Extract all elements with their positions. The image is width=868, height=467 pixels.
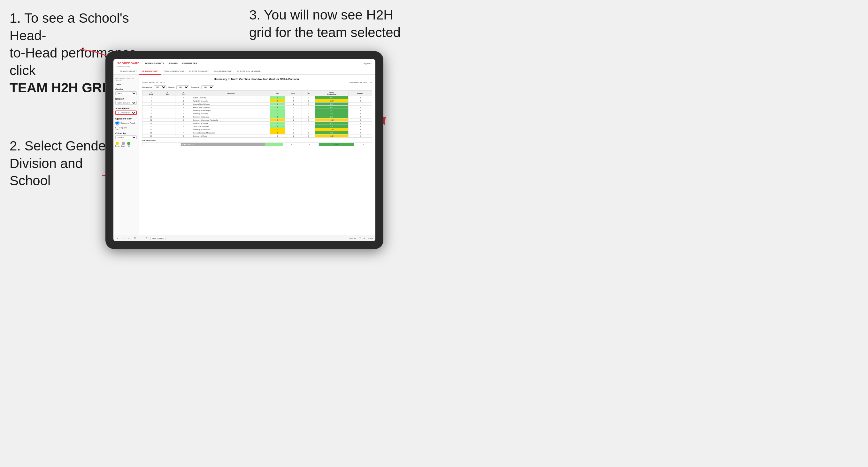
region-filter-label: Region	[168, 86, 175, 88]
radio-top100: Top 100	[115, 126, 137, 130]
left-panel: Last Updated: 27/03/2024 16:55:38 Team G…	[114, 75, 139, 235]
h2h-table: #Rank #Reg #Conf Opponent Win Loss Tie D…	[142, 90, 372, 138]
table-row: 3 2 Vanderbilt University 0 4 0 -2.29 8	[143, 99, 372, 102]
colour-section: Colour by Win/loss	[115, 132, 137, 139]
comment-btn[interactable]: 💬	[359, 237, 361, 239]
back-btn[interactable]: ◁	[127, 237, 131, 240]
gender-section: Gender Men's	[115, 88, 137, 95]
tab-player-summary[interactable]: PLAYER SUMMARY	[187, 68, 211, 75]
more-btn[interactable]: ···	[138, 237, 143, 240]
annotation-2: 2. Select Gender, Division and School	[9, 137, 121, 190]
time-btn[interactable]: ⏱	[145, 237, 149, 240]
school-section: School (Rank) 1. University of Nort...	[115, 107, 137, 115]
col-reg: #Reg	[160, 91, 175, 96]
out-division-name: NCAA Division II	[181, 143, 265, 146]
ann1-line1: 1. To see a School's Head-	[9, 10, 129, 43]
watch-btn[interactable]: Watch ▾	[349, 237, 356, 239]
col-rank: #Rank	[143, 91, 160, 96]
view-original[interactable]: View: Original	[151, 237, 165, 240]
region-filter[interactable]: (All)	[176, 85, 189, 89]
table-row: 11 6 University of Arkansas, Fayettevill…	[143, 119, 372, 122]
col-loss: Loss	[285, 91, 302, 96]
tab-player-h2h-heatmap[interactable]: PLAYER H2H HEATMAP	[235, 68, 263, 75]
ann1-strong: TEAM H2H GRID	[9, 80, 115, 95]
records-row: Overall Record: 89 - 17 - 0 Division Rec…	[142, 82, 372, 83]
level-label: Level	[121, 145, 125, 147]
level-dot	[122, 142, 125, 145]
redo-btn[interactable]: ↪	[122, 237, 126, 240]
division-record: Division Record: 88 - 17 - 0	[349, 82, 372, 83]
logo-area: SCOREBOARD Powered by clippit	[117, 60, 140, 67]
out-of-division-label: Out of division	[142, 139, 372, 142]
team-section: Team	[115, 83, 137, 86]
nav-teams[interactable]: TEAMS	[169, 61, 178, 65]
logo-text: SCOREBOARD	[117, 62, 140, 65]
table-row: 9 3 University of Arizona 1 0 0 9.00 2	[143, 112, 372, 115]
table-row: 16 3 University of Florida 3 1 0 -6.42 9	[143, 134, 372, 138]
nav-committee[interactable]: COMMITTEE	[182, 61, 197, 65]
opponent-filter[interactable]: (All)	[201, 85, 214, 89]
table-row: 15 4 Georgia Institute of Technology 0 1…	[143, 131, 372, 134]
school-select[interactable]: 1. University of Nort...	[115, 111, 137, 115]
gender-select[interactable]: Men's	[115, 91, 137, 95]
undo-btn[interactable]: ↩	[116, 237, 120, 240]
tablet-frame: SCOREBOARD Powered by clippit TOURNAMENT…	[105, 51, 383, 249]
opponent-view-label: Opponent View	[115, 118, 137, 120]
sub-nav: TEAM SUMMARY TEAM H2H GRID TEAM H2H HEAT…	[114, 68, 375, 75]
division-label: Division	[115, 98, 137, 100]
gender-label: Gender	[115, 88, 137, 90]
col-rounds: Rounds	[348, 91, 372, 96]
last-updated: Last Updated: 27/03/2024 16:55:38	[115, 77, 137, 82]
grid-title: University of North Carolina Head-to-Hea…	[142, 77, 372, 81]
out-division-row: NCAA Division II 1 0 0 26.00 3	[143, 143, 372, 146]
col-diff: Diff AvStrokes/Rnd	[315, 91, 348, 96]
nav-tournaments[interactable]: TOURNAMENTS	[145, 61, 164, 65]
table-row: 10 5 University of Alabama 3 0 0 2.61 8	[143, 115, 372, 119]
colour-label: Colour by	[115, 132, 137, 134]
opponent-filter-label: Opponent	[191, 86, 199, 88]
down-dot	[116, 142, 119, 145]
tab-player-h2h-grid[interactable]: PLAYER H2H GRID	[211, 68, 235, 75]
colour-select[interactable]: Win/loss	[115, 135, 137, 139]
down-label: Down	[115, 145, 120, 147]
school-label: School (Rank)	[115, 107, 137, 110]
division-section: Division NCAA Division I	[115, 98, 137, 105]
out-tie: 0	[301, 143, 318, 146]
sign-out[interactable]: Sign out	[363, 62, 372, 64]
out-win: 1	[265, 143, 283, 146]
conference-filter[interactable]: (All)	[154, 85, 166, 89]
team-label: Team	[115, 83, 137, 86]
table-row: 2 1 Auburn University 2 1 0 1.67 9	[143, 96, 372, 99]
table-row: 8 2 University of Washington 1 0 0 3.67 …	[143, 109, 372, 112]
filter-row: Conference (All) Region (All) Opponent (…	[142, 85, 372, 89]
division-select[interactable]: NCAA Division I	[115, 101, 137, 105]
logo-sub: Powered by clippit	[117, 65, 140, 67]
out-rounds: 3	[354, 143, 372, 146]
out-of-division-table: NCAA Division II 1 0 0 26.00 3	[142, 143, 372, 146]
col-conf: #Conf	[175, 91, 192, 96]
crop-btn[interactable]: ⊡	[133, 237, 137, 240]
bottom-toolbar: ↩ ↪ ◁ ⊡ ··· ⏱ View: Original Watch ▾ 💬 ⊞…	[114, 235, 375, 241]
table-row: 6 2 Florida State University 4 2 0 1.83 …	[143, 106, 372, 109]
ann2-text: 2. Select Gender, Division and School	[9, 138, 114, 188]
tablet-screen: SCOREBOARD Powered by clippit TOURNAMENT…	[114, 59, 375, 241]
share-btn[interactable]: Share	[368, 237, 373, 239]
right-panel: University of North Carolina Head-to-Hea…	[139, 75, 375, 235]
table-row: 12 3 University of Virginia 1 0 0 2.33 3	[143, 122, 372, 125]
grid-btn[interactable]: ⊞	[364, 237, 365, 239]
out-loss: 0	[283, 143, 301, 146]
tab-team-h2h-grid[interactable]: TEAM H2H GRID	[139, 68, 161, 75]
col-tie: Tie	[302, 91, 315, 96]
tab-team-summary[interactable]: TEAM SUMMARY	[117, 68, 139, 75]
table-row: 4 1 Arizona State University 5 1 0 2.29	[143, 102, 372, 106]
radio-opponents-played: Opponents Played	[115, 121, 137, 125]
tab-team-h2h-heatmap[interactable]: TEAM H2H HEATMAP	[161, 68, 187, 75]
ann3-line2: grid for the team selected	[249, 25, 401, 40]
col-win: Win	[270, 91, 285, 96]
toolbar-right: Watch ▾ 💬 ⊞ Share	[349, 237, 373, 239]
ann3-line1: 3. You will now see H2H	[249, 7, 393, 22]
up-label: Up	[127, 145, 130, 147]
opponent-view-section: Opponent View Opponents Played Top 100	[115, 118, 137, 130]
main-content: Last Updated: 27/03/2024 16:55:38 Team G…	[114, 75, 375, 235]
overall-record: Overall Record: 89 - 17 - 0	[142, 82, 165, 83]
